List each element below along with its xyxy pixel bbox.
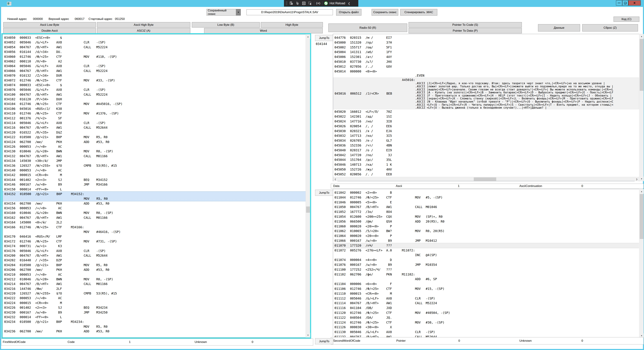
scrollbar-thumb[interactable] <box>640 39 644 91</box>
scrollbar-thumb[interactable] <box>640 194 644 239</box>
listing-row-011122[interactable]: 011122040504/DA/JQ. <box>333 315 639 320</box>
listing-row-011104[interactable]: 011104000006<6><0>F <box>333 281 639 286</box>
listing-row-034174[interactable]: 034174000731/ы/<1>K3 <box>2 244 306 248</box>
listing-row-034066[interactable]: 034066004767/B/<HT>AW1CALLM52224 <box>2 69 306 73</box>
scroll-down-icon[interactable]: ▼ <box>306 333 310 337</box>
listing-row-011100[interactable]: 011100177252<252>/Ч/??? <box>333 267 639 272</box>
listing-row-011076[interactable]: 011076000167/w/<0>B9JMPM10354 <box>333 262 639 267</box>
listing-row-011050[interactable]: 011050004767/B/<HT>AW1CALLM01046 <box>333 205 639 209</box>
listing-row-034204[interactable]: 034204010500/@/<21>B0PMOVR5, R0 <box>2 263 306 267</box>
listing-row-045030[interactable]: 045030020321/я /EJA <box>333 129 639 134</box>
listing-row-011046[interactable]: 011046000005<5><0>E <box>333 200 639 205</box>
scroll-up-icon[interactable]: ▲ <box>306 35 310 39</box>
chevron-left-icon[interactable]: ❮ <box>348 2 350 5</box>
listing-row-034132[interactable]: 034132004767/B/<HT>AW1CALLM01166 <box>2 154 306 158</box>
listing-row-034176[interactable]: 034176005046/&/<LF>AX8CLR-(SP) <box>2 248 306 253</box>
listing-row-034102[interactable]: 034102016120/P/<34>DUH <box>2 97 306 102</box>
listing-row-034070[interactable]: 034070016132/Z/<34>DUR <box>2 73 306 78</box>
double-ascii-button[interactable]: Double Ascii <box>3 28 96 33</box>
listing-row-034164[interactable]: 034164145000<0>/й/2L2 <box>2 220 306 225</box>
listing-row-011126[interactable]: 011126000030<30><0>X <box>333 325 639 329</box>
listing-row-045014[interactable]: 045014000000<0><0> <box>333 69 639 74</box>
debug-target-icon[interactable] <box>289 1 294 6</box>
top-horizontal-scrollbar[interactable]: ❮ ❯ <box>333 177 639 181</box>
asciz-button[interactable]: ASCIZ (A) <box>97 28 190 33</box>
listing-row-034216[interactable]: 034216144746/Фи/2LF <box>2 286 306 291</box>
listing-row-034160[interactable]: 034160010046/&/<20>BWNMOVR0, -(SP) <box>2 210 306 215</box>
code-button[interactable]: Код (C) <box>614 17 639 22</box>
listing-row-034072[interactable]: 034072012746/Ф/<25>CTFMOV#33, -(SP) <box>2 78 306 83</box>
saved-session-combo[interactable]: Сохранённый сеанс ▼ <box>206 9 241 16</box>
listing-row-034232[interactable]: 034232000014<FF><0>L <box>2 315 306 319</box>
listing-row-034140[interactable]: 034140000053/+/<0>AC <box>2 168 306 173</box>
listing-row-011056[interactable]: 011056066500/@m/QSHADD20(R5), R0 <box>333 219 639 224</box>
listing-row-044776[interactable]: 044776020315/м /EI7 <box>333 35 639 40</box>
listing-row-011074[interactable]: 011074000004<4><0>D <box>333 257 639 262</box>
jumpto-button-top[interactable]: JumpTo <box>315 35 333 41</box>
listing-row-011052[interactable]: 011052167772/Зо/8O4 <box>333 209 639 214</box>
listing-row-011110[interactable]: 011110000015<CR><0>M <box>333 291 639 296</box>
scroll-up-icon[interactable]: ▲ <box>639 34 644 39</box>
listing-row-011120[interactable]: 011120012746/Ф/<25>CTFMOV#40504, -(SP) <box>333 310 639 315</box>
listing-row-034236[interactable]: 034236062700/юе/PKHADD#53, R0 <box>2 329 306 333</box>
listing-row-034206[interactable]: 034206062700/юе/PKHADD#53, R0 <box>2 267 306 272</box>
ascii-low-byte-button[interactable]: Ascii Low Byte <box>3 22 96 28</box>
frame-icon[interactable] <box>302 1 306 6</box>
scroll-right-icon[interactable]: ❯ <box>635 177 639 181</box>
reset-button[interactable]: Сброс (Z) <box>582 24 638 32</box>
listing-row-034230[interactable]: 034230000167/w/<0>B9JMPM34250 <box>2 310 306 315</box>
listing-row-034056[interactable]: 034056016144/d/<34>DU. <box>2 50 306 54</box>
listing-row-034120[interactable]: 034120016522/R/<35>D$Z <box>2 130 306 135</box>
listing-row-045036[interactable]: 045036152336/чт/4BN <box>333 143 639 148</box>
listing-row-034170[interactable]: 034170046416<RUS>/M/LMF <box>2 234 306 239</box>
listing-row-011124[interactable]: 011124012746/Ф/<25>CTFMOV#30, -(SP) <box>333 320 639 325</box>
listing-row-034202[interactable]: 034202016440/ /<35>DZP <box>2 258 306 262</box>
listing-row-034200[interactable]: 034200004767/B/<HT>AW1CALLM52644 <box>2 253 306 258</box>
listing-row-034116[interactable]: 034116004767/B/<HT>AW1CALLM52644 <box>2 125 306 130</box>
open-file-button[interactable]: Открыть файл <box>336 9 362 16</box>
listing-row-011060[interactable]: 011060000020<20><0>P <box>333 224 639 229</box>
listing-row-045006[interactable]: 045006152301/ат/4AY <box>333 55 639 59</box>
listing-row-034214[interactable]: 034214004767/B/<HT>AW1CALLM01166 <box>2 281 306 286</box>
ascii-string-block[interactable]: 045016006512/J/<CR>BEBA45016:.ASCII |J|<… <box>333 78 639 109</box>
listing-row-034130[interactable]: 034130010046/&/<20>BWNMOVR0, -(SP) <box>2 149 306 154</box>
jumpto-button-bottom[interactable]: JumpTo <box>315 338 333 344</box>
listing-row-034152[interactable]: 034152010500/@/<21>B0PM34152:MOVR5, R0 <box>2 191 306 201</box>
listing-row-034166[interactable]: 034166012746/Ф/<25>CTFM34166:MOV#46416, … <box>2 225 306 234</box>
listing-row-045022[interactable]: 045022142301/ад/1SI <box>333 114 639 119</box>
ascii-high-byte-button[interactable]: Ascii High Byte <box>97 22 190 28</box>
top-vertical-scrollbar[interactable]: ▲ ▼ <box>639 34 644 181</box>
listing-row-034144[interactable]: 034144001402<2><3>SJBEQM34152 <box>2 177 306 182</box>
listing-row-045002[interactable]: 045002155717/ош/5F1 <box>333 45 639 50</box>
listing-row-034106[interactable]: 034106045016<RUS>/J/K38 <box>2 106 306 111</box>
listing-row-034172[interactable]: 034172012746/Ф/<25>CTFMOV#731, -(SP) <box>2 239 306 244</box>
word-button[interactable]: Word <box>204 28 323 33</box>
save-session-button[interactable]: Сохранить сеанс <box>372 9 398 16</box>
jumpto-button-middle[interactable]: JumpTo <box>315 190 333 196</box>
listing-row-011106[interactable]: 011106012746/Ф/<25>CTFMOV#15, -(SP) <box>333 286 639 291</box>
listing-row-034104[interactable]: 034104012746/Ф/<25>CTFMOV#A45016, -(SP) <box>2 102 306 106</box>
scrollbar-thumb[interactable] <box>474 177 496 181</box>
listing-row-034210[interactable]: 034210000053/+/<0>AC <box>2 272 306 277</box>
listing-row-034136[interactable]: 034136126527/W/<255>$?OCMPB53(R5), #15 <box>2 163 306 168</box>
listing-row-034100[interactable]: 034100004767/B/<HT>AW1CALLM52224 <box>2 92 306 97</box>
listing-row-011054[interactable]: 011054012600<200><25>CQXMOV(SP)+, R0 <box>333 214 639 219</box>
listing-row-034220[interactable]: 034220126527/W/<255>$?OCMPB53(R5), #15 <box>2 291 306 296</box>
listing-row-045046[interactable]: 045046140713/ка/1 K <box>333 162 639 167</box>
left-vertical-scrollbar[interactable]: ▲ ▼ <box>306 34 310 337</box>
listing-row-034134[interactable]: 034134145030<30>/й/2MP <box>2 158 306 163</box>
minimize-button[interactable]: — <box>616 0 622 6</box>
file-path-input[interactable]: D:\Repo\2019\DisAsm11\Progs\STALK.SAV <box>246 9 333 15</box>
listing-row-034154[interactable]: 034154062700/юе/PKHADD#53, R0 <box>2 201 306 206</box>
select-frame-icon[interactable] <box>308 1 312 6</box>
generate-mac-button[interactable]: Сгенерировать .MAC <box>400 9 437 16</box>
listing-row-045010[interactable]: 045010037730/ь?/JHX <box>333 59 639 64</box>
listing-row-034074[interactable]: 034074000033<ESC><0>$ <box>2 83 306 87</box>
listing-row-045000[interactable]: 045000151320/пр/3?H <box>333 40 639 45</box>
listing-row-034122[interactable]: 034122010500/@/<21>B0PMOVR5, R0 <box>2 135 306 139</box>
low-byte-button[interactable]: Low Byte (B) <box>192 22 260 28</box>
listing-row-034226[interactable]: 034226001402<2><3>SJBEQM34234 <box>2 305 306 310</box>
listing-row-011066[interactable]: 011066000167/w/<0>B9JMPM10412 <box>333 238 639 243</box>
listing-row-034112[interactable]: 034112001376/Ч/<2>SF <box>2 116 306 121</box>
radix50-button[interactable]: Radix-50 (R) <box>328 24 407 32</box>
